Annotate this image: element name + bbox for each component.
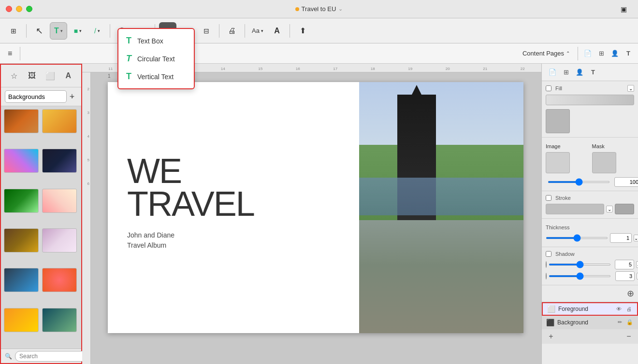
mask-swatch[interactable] [592, 152, 616, 173]
image-slider[interactable] [548, 181, 610, 183]
foreground-layer-row[interactable]: ⬜ Foreground 👁 🖨 [542, 302, 638, 316]
close-button[interactable] [6, 6, 12, 12]
travel-text-block: WE TRAVEL John and Diane Travel Album [127, 154, 254, 251]
thumbnail-8[interactable] [42, 228, 77, 252]
thumbnail-11[interactable] [4, 308, 39, 332]
sidebar-photo-button[interactable]: 🖼 [25, 69, 39, 83]
page-canvas[interactable]: WE TRAVEL John and Diane Travel Album [108, 82, 523, 333]
window-menu-button[interactable]: ⊞ [5, 22, 22, 40]
image-swatch[interactable] [546, 152, 570, 173]
panels-button[interactable]: ≡ [4, 47, 16, 60]
shape-tool-button[interactable]: ■ ▾ [69, 22, 87, 40]
mask-col: Mask [592, 141, 635, 173]
multi-view-button[interactable]: ⊟ [198, 22, 215, 40]
text-style-button[interactable]: A [268, 22, 286, 40]
shadow-blur-field[interactable] [615, 260, 634, 269]
right-panel-header: 📄 ⊞ 👤 T [542, 64, 638, 81]
font-button[interactable]: Aa ▾ [249, 22, 266, 40]
thumbnail-6[interactable] [42, 189, 77, 213]
sidebar-add-button[interactable]: + [67, 91, 77, 102]
window-toggle-button[interactable]: ▣ [615, 0, 632, 18]
shadow-blur-slider[interactable] [549, 264, 611, 266]
text-icon-button[interactable]: T [623, 48, 634, 59]
foreground-print-button[interactable]: 🖨 [624, 305, 633, 313]
sub-sep-2 [578, 47, 578, 60]
window-controls [6, 6, 32, 12]
background-edit-button[interactable]: ✏ [615, 318, 624, 327]
thumbnail-12[interactable] [42, 308, 77, 332]
background-layer-row[interactable]: ⬛ Background ✏ 🔒 [542, 316, 638, 329]
thumbnail-9[interactable] [4, 268, 39, 292]
line-tool-button[interactable]: / ▾ [88, 22, 106, 40]
shadow-stepper-1[interactable]: ⌄ [636, 261, 638, 268]
circular-text-menu-item[interactable]: T Circular Text [118, 50, 194, 68]
shadow-offset-slider[interactable] [549, 275, 611, 277]
sidebar-search: 🔍 [1, 349, 81, 363]
select-tool-button[interactable]: ↖ [30, 22, 48, 40]
left-sidebar: ☆ 🖼 ⬜ A Backgrounds Photos Shapes Frames… [0, 64, 82, 364]
panel-grid-button[interactable]: ⊞ [560, 67, 572, 78]
add-layer-button[interactable]: + [546, 331, 556, 342]
toolbar-window-btn[interactable]: ▣ [615, 0, 632, 18]
stroke-section: Stroke ⌄ [542, 191, 638, 219]
thickness-field[interactable] [610, 233, 632, 243]
stroke-stepper[interactable]: ⌄ [606, 206, 613, 212]
stroke-checkbox[interactable] [546, 195, 551, 201]
sidebar-star-button[interactable]: ☆ [7, 69, 21, 83]
panel-user-button[interactable]: 👤 [574, 67, 585, 78]
remove-layer-button[interactable]: − [624, 331, 634, 342]
grid-icon-button[interactable]: ⊞ [595, 48, 607, 59]
fill-checkbox[interactable] [546, 85, 551, 91]
text-box-menu-item[interactable]: T Text Box [118, 32, 194, 50]
shadow-checkbox[interactable] [546, 251, 551, 257]
backgrounds-dropdown[interactable]: Backgrounds Photos Shapes Frames [5, 90, 67, 103]
panel-text-button[interactable]: T [587, 67, 599, 78]
text-tool-button[interactable]: T ▾ [50, 22, 67, 40]
stroke-color-bar[interactable] [546, 204, 604, 214]
print-button[interactable]: 🖨 [223, 22, 241, 40]
panel-page-button[interactable]: 📄 [547, 67, 558, 78]
stroke-swatch[interactable] [615, 204, 634, 214]
vertical-text-menu-item[interactable]: T Vertical Text [118, 68, 194, 85]
shadow-circle-icon [546, 261, 547, 268]
main-area: ☆ 🖼 ⬜ A Backgrounds Photos Shapes Frames… [0, 64, 638, 364]
search-icon: 🔍 [5, 353, 12, 360]
thumbnail-4[interactable] [42, 149, 77, 173]
shadow-label-group: Shadow [546, 251, 575, 257]
foreground-eye-button[interactable]: 👁 [614, 305, 623, 313]
share-button[interactable]: ⬆ [294, 22, 311, 40]
thumbnail-2[interactable] [42, 109, 77, 133]
fill-stepper-up[interactable]: ⌄ [627, 85, 634, 92]
thumbnail-5[interactable] [4, 189, 39, 213]
toolbar-separator-1 [26, 24, 27, 38]
image-value-field[interactable] [614, 177, 638, 187]
thumbnail-1[interactable] [4, 109, 39, 133]
fill-color-bar[interactable] [546, 95, 634, 105]
shape-tool-group: ■ ▾ [69, 22, 87, 40]
text-box-icon: T [126, 36, 131, 46]
toolbar-separator-4 [219, 24, 219, 38]
sidebar-text-button[interactable]: A [61, 69, 75, 83]
background-layer-icon: ⬛ [546, 319, 554, 326]
background-lock-button[interactable]: 🔒 [625, 318, 634, 327]
fill-image-swatch[interactable] [546, 109, 570, 133]
thumbnail-10[interactable] [42, 268, 77, 292]
toolbar-separator-2 [110, 24, 110, 38]
minimize-button[interactable] [16, 6, 22, 12]
thickness-stepper[interactable]: ⌄ [634, 235, 638, 241]
page-icon-button[interactable]: 📄 [582, 48, 594, 59]
sub-toolbar: ≡ Content Pages ⌃ 📄 ⊞ 👤 T [0, 43, 638, 64]
stroke-controls: ⌄ [546, 204, 634, 214]
content-pages-button[interactable]: Content Pages ⌃ [519, 48, 574, 59]
shadow-offset-field[interactable] [615, 271, 635, 281]
thickness-slider[interactable] [546, 237, 608, 239]
user-icon-button[interactable]: 👤 [609, 48, 621, 59]
canvas-area: 11 12 13 14 15 16 17 18 19 20 21 22 2 3 … [82, 64, 541, 364]
sub-sep-1 [20, 47, 20, 60]
sidebar-shape-button[interactable]: ⬜ [43, 69, 58, 83]
shadow-controls-1: ⌄ [546, 260, 634, 269]
sidebar-top-icons: ☆ 🖼 ⬜ A [1, 65, 81, 87]
maximize-button[interactable] [26, 6, 32, 12]
thumbnail-3[interactable] [4, 149, 39, 173]
thumbnail-7[interactable] [4, 228, 39, 252]
